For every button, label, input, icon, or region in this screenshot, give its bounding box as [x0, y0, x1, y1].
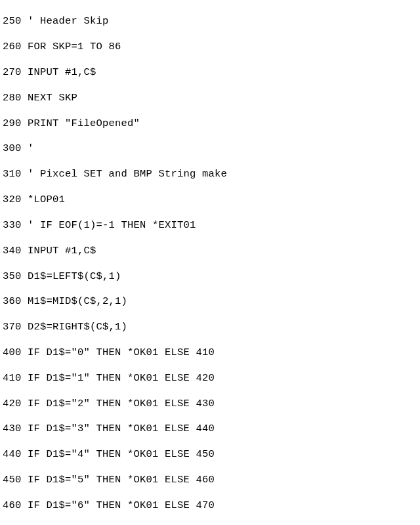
code-line: 260 FOR SKP=1 TO 86	[3, 41, 417, 53]
code-line: 360 M1$=MID$(C$,2,1)	[3, 295, 417, 308]
code-line: 430 IF D1$="3" THEN *OK01 ELSE 440	[3, 423, 417, 435]
code-line: 460 IF D1$="6" THEN *OK01 ELSE 470	[3, 499, 417, 512]
code-line: 310 ' Pixcel SET and BMP String make	[3, 168, 417, 180]
code-line: 280 NEXT SKP	[3, 92, 417, 104]
code-line: 450 IF D1$="5" THEN *OK01 ELSE 460	[3, 474, 417, 486]
code-listing: 250 ' Header Skip 260 FOR SKP=1 TO 86 27…	[0, 0, 420, 525]
code-line: 340 INPUT #1,C$	[3, 245, 417, 257]
code-line: 330 ' IF EOF(1)=-1 THEN *EXIT01	[3, 219, 417, 232]
code-line: 410 IF D1$="1" THEN *OK01 ELSE 420	[3, 372, 417, 385]
code-line: 270 INPUT #1,C$	[3, 66, 417, 79]
code-line: 420 IF D1$="2" THEN *OK01 ELSE 430	[3, 398, 417, 410]
code-line: 290 PRINT "FileOpened"	[3, 117, 417, 130]
code-line: 350 D1$=LEFT$(C$,1)	[3, 270, 417, 283]
code-line: 370 D2$=RIGHT$(C$,1)	[3, 321, 417, 333]
code-line: 320 *LOP01	[3, 194, 417, 206]
code-line: 440 IF D1$="4" THEN *OK01 ELSE 450	[3, 448, 417, 461]
code-line: 300 '	[3, 142, 417, 155]
code-line: 400 IF D1$="0" THEN *OK01 ELSE 410	[3, 346, 417, 359]
code-line: 250 ' Header Skip	[3, 15, 417, 28]
